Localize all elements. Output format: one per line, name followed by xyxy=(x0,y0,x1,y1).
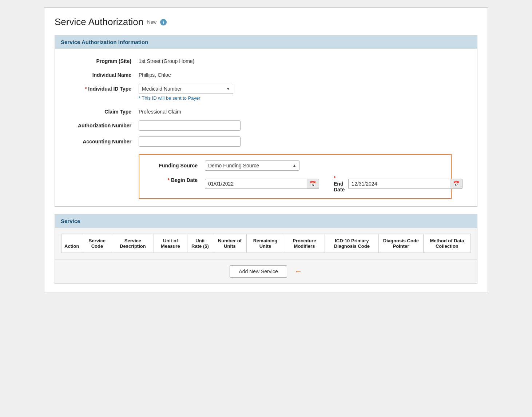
begin-date-wrapper: 📅 xyxy=(205,179,319,189)
new-badge: New xyxy=(147,19,156,25)
service-body: Action Service Code Service Description … xyxy=(55,228,477,259)
page-title: Service Authorization xyxy=(55,16,143,28)
program-value: 1st Street (Group Home) xyxy=(139,56,194,64)
end-date-wrapper: 📅 xyxy=(348,179,462,189)
claim-type-value: Professional Claim xyxy=(139,107,181,115)
funding-source-row: Funding Source Demo Funding Source ▲ xyxy=(147,160,444,171)
individual-name-row: Individual Name Phillips, Chloe xyxy=(66,70,466,78)
individual-name-value: Phillips, Chloe xyxy=(139,70,171,78)
add-new-service-button[interactable]: Add New Service xyxy=(230,265,287,278)
col-action: Action xyxy=(61,234,82,253)
funding-source-label: Funding Source xyxy=(147,160,205,168)
begin-date-calendar-button[interactable]: 📅 xyxy=(307,179,319,189)
col-remaining-units: Remaining Units xyxy=(247,234,284,253)
funding-source-container: Funding Source Demo Funding Source ▲ Beg… xyxy=(139,152,466,199)
col-service-code: Service Code xyxy=(82,234,112,253)
col-icd10-primary: ICD-10 Primary Diagnosis Code xyxy=(325,234,379,253)
service-table-wrapper: Action Service Code Service Description … xyxy=(61,234,471,253)
col-unit-of-measure: Unit of Measure xyxy=(154,234,187,253)
program-label: Program (Site) xyxy=(66,56,139,64)
end-date-label: End Date xyxy=(334,175,345,192)
auth-number-input[interactable] xyxy=(139,120,241,131)
claim-type-row: Claim Type Professional Claim xyxy=(66,107,466,115)
individual-id-type-select-wrapper: Medicaid Number Medicare Number Other ▼ xyxy=(139,84,233,94)
end-date-group: End Date 📅 xyxy=(334,175,462,192)
col-unit-rate: Unit Rate ($) xyxy=(187,234,213,253)
claim-type-label: Claim Type xyxy=(66,107,139,115)
individual-id-type-label: Individual ID Type xyxy=(66,84,139,92)
auth-number-label: Authorization Number xyxy=(66,120,139,128)
id-hint: * This ID will be sent to Payer xyxy=(139,95,233,101)
col-service-description: Service Description xyxy=(112,234,154,253)
col-number-of-units: Number of Units xyxy=(213,234,247,253)
individual-id-type-select[interactable]: Medicaid Number Medicare Number Other xyxy=(139,84,233,94)
accounting-number-label: Accounting Number xyxy=(66,136,139,144)
funding-source-select-wrapper: Demo Funding Source ▲ xyxy=(205,160,299,171)
arrow-right-icon: ← xyxy=(294,267,302,276)
accounting-number-input[interactable] xyxy=(139,136,241,147)
begin-date-input[interactable] xyxy=(205,179,307,189)
end-date-input[interactable] xyxy=(348,179,450,189)
individual-id-type-field-wrapper: Medicaid Number Medicare Number Other ▼ … xyxy=(139,84,233,101)
col-procedure-modifiers: Procedure Modifiers xyxy=(284,234,325,253)
col-method-data-collection: Method of Data Collection xyxy=(423,234,471,253)
program-row: Program (Site) 1st Street (Group Home) xyxy=(66,56,466,64)
service-header: Service xyxy=(55,214,477,228)
accounting-number-row: Accounting Number xyxy=(66,136,466,147)
col-diagnosis-code-pointer: Diagnosis Code Pointer xyxy=(379,234,424,253)
funding-source-box: Funding Source Demo Funding Source ▲ Beg… xyxy=(139,154,452,199)
add-service-bar: Add New Service ← xyxy=(55,259,477,283)
funding-source-select[interactable]: Demo Funding Source xyxy=(205,160,299,171)
auth-number-row: Authorization Number xyxy=(66,120,466,131)
info-icon[interactable]: i xyxy=(160,19,167,25)
end-date-calendar-button[interactable]: 📅 xyxy=(450,179,462,189)
service-auth-section: Service Authorization Information Progra… xyxy=(55,35,477,207)
page-title-area: Service Authorization New i xyxy=(55,16,477,28)
service-auth-body: Program (Site) 1st Street (Group Home) I… xyxy=(55,49,477,206)
dates-row: Begin Date 📅 End Date 📅 xyxy=(147,175,444,192)
page-container: Service Authorization New i Service Auth… xyxy=(44,7,488,293)
individual-name-label: Individual Name xyxy=(66,70,139,78)
service-auth-header: Service Authorization Information xyxy=(55,35,477,49)
dates-inner-row: 📅 End Date 📅 xyxy=(205,175,462,192)
service-section: Service Action Service Code Service Desc… xyxy=(55,214,477,284)
begin-date-label: Begin Date xyxy=(147,175,205,183)
table-header-row: Action Service Code Service Description … xyxy=(61,234,471,253)
service-table: Action Service Code Service Description … xyxy=(61,234,471,253)
individual-id-type-row: Individual ID Type Medicaid Number Medic… xyxy=(66,84,466,101)
